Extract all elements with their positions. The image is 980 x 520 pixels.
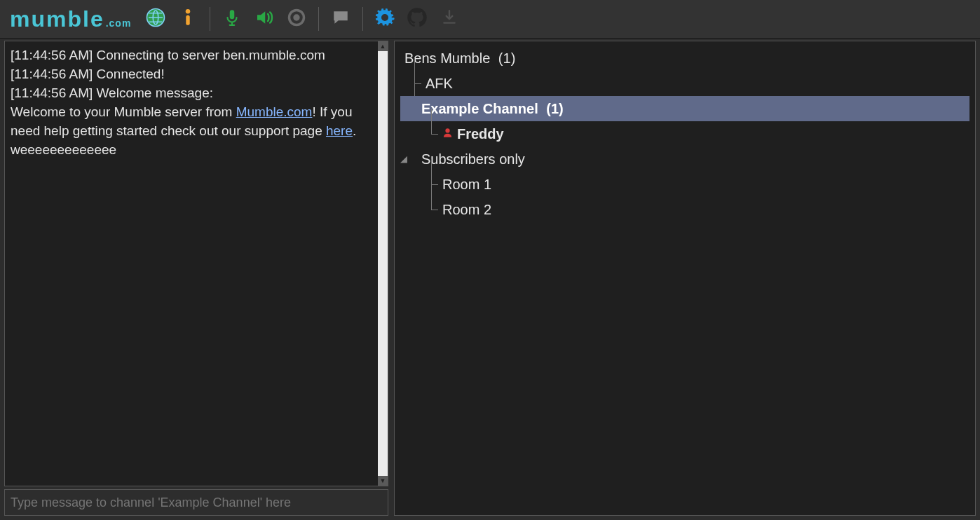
main-area: [11:44:56 AM] Connecting to server ben.m… [0, 38, 980, 520]
channel-afk[interactable]: AFK [397, 71, 972, 96]
info-icon [179, 7, 197, 31]
tree-branch-line [428, 172, 441, 197]
mute-mic-button[interactable] [217, 4, 247, 34]
log-line: [11:44:56 AM] Welcome message: [11, 83, 372, 102]
log-ts: [11:44:56 AM] [11, 85, 93, 100]
root-label: Bens Mumble [404, 50, 490, 67]
connect-button[interactable] [141, 4, 170, 34]
speaker-icon [254, 7, 275, 31]
tree-root[interactable]: Bens Mumble (1) [397, 46, 972, 71]
logo-suffix: .com [106, 18, 132, 29]
left-column: [11:44:56 AM] Connecting to server ben.m… [4, 41, 388, 516]
support-here-link[interactable]: here [326, 123, 353, 138]
tree-branch-line [411, 71, 424, 96]
toolbar-separator [318, 7, 319, 31]
user-name: Freddy [457, 126, 504, 142]
message-input[interactable] [4, 489, 388, 516]
channel-subscribers[interactable]: Subscribers only [397, 146, 972, 172]
channel-label: Example Channel [421, 101, 538, 117]
log-text: Connecting to server ben.mumble.com [97, 48, 325, 62]
log-content: [11:44:56 AM] Connecting to server ben.m… [5, 41, 378, 486]
info-button[interactable] [173, 4, 203, 34]
settings-button[interactable] [370, 4, 400, 34]
toolbar-separator [210, 7, 210, 31]
record-button[interactable] [282, 4, 311, 34]
globe-icon [145, 7, 166, 31]
log-line: [11:44:56 AM] Connected! [11, 64, 372, 83]
channel-tree-panel: Bens Mumble (1) AFK ◢ Example Channel (1… [394, 41, 976, 516]
github-icon [407, 7, 428, 31]
svg-rect-2 [186, 15, 190, 25]
scroll-up-arrow[interactable]: ▲ [378, 41, 388, 51]
welcome-pre: Welcome to your Mumble server from [11, 104, 236, 119]
channel-label: Room 2 [442, 202, 491, 218]
svg-point-1 [186, 9, 191, 13]
log-ts: [11:44:56 AM] [11, 67, 93, 81]
toolbar-separator [362, 7, 363, 31]
channel-tree: Bens Mumble (1) AFK ◢ Example Channel (1… [397, 46, 972, 222]
log-text: Welcome message: [97, 85, 214, 100]
root-count: (1) [494, 50, 515, 67]
log-panel: [11:44:56 AM] Connecting to server ben.m… [4, 41, 388, 486]
log-text: Connected! [97, 67, 165, 81]
channel-count: (1) [543, 101, 564, 117]
scroll-track[interactable] [378, 51, 388, 476]
download-button[interactable] [435, 4, 464, 34]
mute-speaker-button[interactable] [250, 4, 279, 34]
toolbar: mumble.com [0, 0, 980, 38]
svg-point-5 [294, 14, 300, 20]
svg-point-6 [445, 128, 449, 132]
welcome-message: Welcome to your Mumble server from Mumbl… [11, 102, 372, 159]
github-button[interactable] [402, 4, 432, 34]
channel-label: AFK [426, 76, 453, 92]
log-scrollbar[interactable]: ▲ ▼ [378, 41, 388, 486]
app-logo: mumble.com [4, 6, 138, 32]
comment-button[interactable] [326, 4, 355, 34]
user-row[interactable]: Freddy [397, 121, 972, 146]
mumble-link[interactable]: Mumble.com [236, 104, 313, 119]
scroll-down-arrow[interactable]: ▼ [378, 476, 388, 486]
channel-label: Subscribers only [421, 151, 525, 167]
record-icon [287, 8, 306, 30]
tree-branch-line [428, 121, 441, 146]
log-ts: [11:44:56 AM] [11, 48, 93, 62]
channel-room2[interactable]: Room 2 [397, 197, 972, 222]
download-icon [440, 8, 458, 30]
logo-text: mumble [10, 6, 104, 32]
user-icon [442, 126, 457, 142]
svg-rect-3 [230, 10, 235, 19]
log-line: [11:44:56 AM] Connecting to server ben.m… [11, 46, 372, 64]
microphone-icon [223, 7, 241, 31]
channel-label: Room 1 [442, 177, 491, 193]
settings-gear-icon [374, 7, 395, 31]
tree-branch-line [428, 197, 441, 222]
channel-example[interactable]: Example Channel (1) [400, 96, 969, 121]
channel-room1[interactable]: Room 1 [397, 172, 972, 197]
comment-icon [331, 8, 351, 29]
